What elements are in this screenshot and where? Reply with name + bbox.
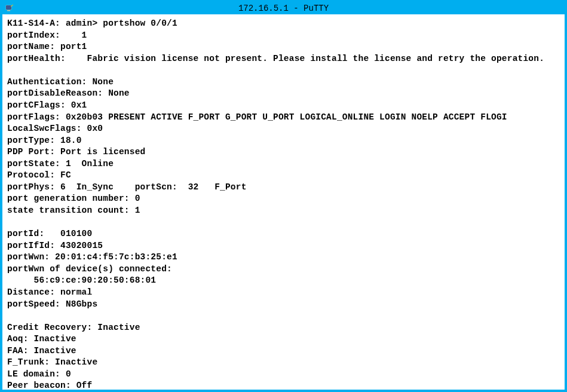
titlebar[interactable]: 172.16.5.1 - PuTTY	[2, 2, 565, 14]
terminal-line: portName: port1	[7, 42, 87, 51]
terminal-line: portPhys: 6 In_Sync portScn: 32 F_Port	[7, 182, 247, 192]
terminal-line: portIfId: 43020015	[7, 241, 103, 250]
terminal-line: portWwn of device(s) connected:	[7, 264, 172, 274]
terminal-line: 56:c9:ce:90:20:50:68:01	[7, 275, 156, 285]
svg-rect-2	[7, 10, 10, 11]
terminal-line: Authentication: None	[7, 77, 114, 87]
terminal-line: F_Trunk: Inactive	[7, 357, 103, 367]
terminal-line: portId: 010100	[7, 229, 92, 238]
svg-rect-1	[7, 6, 11, 9]
terminal-line: portSpeed: N8Gbps	[7, 299, 103, 309]
terminal-line: Peer beacon: Off	[7, 381, 92, 390]
terminal-line: portWwn: 20:01:c4:f5:7c:b3:25:e1	[7, 252, 177, 262]
window-title: 172.16.5.1 - PuTTY	[238, 4, 329, 13]
putty-icon	[5, 4, 14, 13]
terminal-line: portCFlags: 0x1	[7, 100, 87, 110]
terminal-line: K11-S14-A: admin> portshow 0/0/1	[7, 19, 177, 28]
terminal-line: port generation number: 0	[7, 194, 140, 203]
terminal-line: portDisableReason: None	[7, 88, 130, 98]
terminal-line: portIndex: 1	[7, 30, 87, 40]
terminal-line: Protocol: FC	[7, 170, 71, 180]
terminal-line: Aoq: Inactive	[7, 334, 82, 344]
terminal-line: portType: 18.0	[7, 136, 82, 145]
terminal-line: Distance: normal	[7, 287, 92, 297]
terminal-line: LE domain: 0	[7, 369, 71, 379]
terminal-line: FAA: Inactive	[7, 346, 82, 356]
terminal-line: portFlags: 0x20b03 PRESENT ACTIVE F_PORT…	[7, 112, 507, 122]
terminal-line: portHealth: Fabric vision license not pr…	[7, 54, 544, 63]
putty-window: 172.16.5.1 - PuTTY K11-S14-A: admin> por…	[0, 0, 567, 392]
terminal-line: state transition count: 1	[7, 206, 140, 215]
terminal-output[interactable]: K11-S14-A: admin> portshow 0/0/1 portInd…	[2, 14, 565, 390]
terminal-line: Credit Recovery: Inactive	[7, 323, 145, 332]
terminal-line: portState: 1 Online	[7, 159, 114, 169]
terminal-line: LocalSwcFlags: 0x0	[7, 124, 103, 133]
terminal-line: PDP Port: Port is licensed	[7, 147, 145, 157]
